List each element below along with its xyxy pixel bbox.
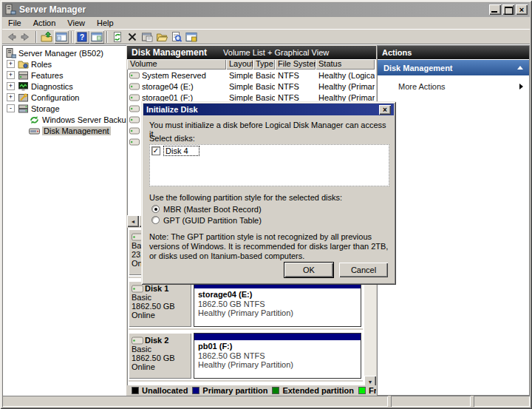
expand-icon[interactable]: +: [7, 60, 15, 68]
roles-icon: [18, 59, 29, 70]
tree-label: Server Manager (B502): [18, 49, 103, 58]
menu-help[interactable]: Help: [91, 17, 120, 29]
tree-item-disk-management[interactable]: Disk Management: [2, 125, 126, 136]
volume-status: Healthy (Primary: [316, 93, 375, 102]
cancel-button[interactable]: Cancel: [339, 263, 388, 277]
status-segment: [2, 396, 388, 407]
tree-item-configuration[interactable]: + Configuration: [2, 92, 126, 103]
up-one-level-icon[interactable]: [39, 30, 54, 44]
more-actions-label: More Actions: [398, 82, 446, 91]
actions-group-disk-management[interactable]: Disk Management: [378, 60, 529, 75]
collapse-icon[interactable]: -: [7, 104, 15, 112]
panel-title: Disk Management: [132, 47, 207, 58]
console-tree: Server Manager (B502) + Roles + Features…: [2, 45, 126, 396]
legend-label: Free spa: [369, 386, 376, 395]
column-volume[interactable]: Volume: [127, 59, 226, 70]
tree-label: Diagnostics: [31, 82, 73, 91]
dialog-close-icon[interactable]: ×: [379, 105, 391, 115]
find-icon[interactable]: [169, 30, 184, 44]
tree-label: Storage: [31, 104, 60, 113]
partition-label: storage04 (E:): [198, 290, 357, 300]
status-segment: [474, 396, 530, 407]
expand-icon[interactable]: +: [7, 82, 15, 90]
disk-row-2[interactable]: Disk 2 Basic 1862.50 GB Online pb01 (F:)…: [129, 331, 363, 382]
disk-select-listbox[interactable]: ✓ Disk 4: [149, 144, 389, 186]
tree-item-storage[interactable]: - Storage: [2, 103, 126, 114]
disk-row-1[interactable]: Disk 1 Basic 1862.50 GB Online storage04…: [129, 280, 363, 330]
column-type[interactable]: Type: [253, 59, 275, 70]
legend-swatch: [272, 387, 279, 394]
radio-mbr[interactable]: MBR (Master Boot Record): [151, 203, 388, 214]
volume-fs: NTFS: [275, 93, 316, 102]
volume-icon: [129, 138, 140, 146]
legend-swatch: [132, 387, 139, 394]
radio-selected-icon[interactable]: [151, 205, 160, 213]
show-console-tree-icon[interactable]: [54, 30, 69, 44]
expand-icon[interactable]: +: [7, 71, 15, 79]
maximize-button[interactable]: [502, 4, 514, 15]
minimize-button[interactable]: [489, 4, 501, 15]
open-folder-icon[interactable]: [154, 30, 169, 44]
partition-legend: Unallocated Primary partition Extended p…: [127, 385, 376, 396]
tree-item-features[interactable]: + Features: [2, 70, 126, 81]
more-actions-item[interactable]: More Actions: [378, 80, 529, 93]
tree-item-roles[interactable]: + Roles: [2, 58, 126, 70]
storage-icon: [18, 104, 29, 114]
column-file-system[interactable]: File System: [275, 59, 316, 70]
panel-header: Disk Management Volume List + Graphical …: [127, 46, 376, 59]
close-button[interactable]: ×: [516, 4, 528, 15]
disk-state: Online: [132, 311, 188, 320]
disk-icon: [132, 284, 143, 293]
menu-view[interactable]: View: [61, 17, 91, 29]
legend-swatch: [358, 387, 366, 394]
properties-icon[interactable]: [140, 30, 154, 44]
disk1-partition[interactable]: storage04 (E:) 1862.50 GB NTFS Healthy (…: [194, 281, 361, 327]
volume-row[interactable]: storage04 (E:) Simple Basic NTFS Healthy…: [127, 81, 376, 92]
server-manager-icon: [5, 48, 16, 58]
toolbar: ?: [2, 30, 530, 44]
volume-layout: Simple: [226, 82, 253, 91]
volume-row[interactable]: System Reserved Simple Basic NTFS Health…: [127, 70, 376, 81]
volume-name: System Reserved: [142, 71, 206, 80]
delete-icon[interactable]: [125, 30, 140, 44]
checkbox-checked-icon[interactable]: ✓: [151, 146, 160, 155]
tree-label: Windows Server Backup: [42, 115, 126, 124]
disk-list-item[interactable]: ✓ Disk 4: [151, 146, 387, 156]
menu-bar: File Action View Help: [2, 17, 530, 30]
tree-item-diagnostics[interactable]: + Diagnostics: [2, 81, 126, 92]
console-window-icon[interactable]: [184, 30, 199, 44]
back-icon[interactable]: [4, 30, 18, 44]
disk1-info[interactable]: Disk 1 Basic 1862.50 GB Online: [129, 281, 191, 327]
radio-gpt[interactable]: GPT (GUID Partition Table): [151, 214, 388, 226]
disk-icon: [132, 336, 143, 345]
disk-name: Disk 1: [145, 284, 168, 293]
refresh-icon[interactable]: [110, 30, 125, 44]
radio-unselected-icon[interactable]: [151, 216, 160, 224]
radio-gpt-label: GPT (GUID Partition Table): [163, 216, 262, 225]
initialize-disk-dialog: Initialize Disk × You must initialize a …: [141, 101, 396, 285]
actions-pane: Actions Disk Management More Actions: [377, 45, 530, 396]
expand-icon[interactable]: +: [7, 93, 15, 101]
panel-subtitle: Volume List + Graphical View: [223, 48, 329, 57]
server-manager-window: Server Manager × File Action View Help ?: [0, 0, 532, 409]
column-layout[interactable]: Layout: [226, 59, 253, 70]
legend-label: Extended partition: [282, 386, 354, 395]
status-segment: [391, 396, 471, 407]
column-status[interactable]: Status: [316, 59, 375, 70]
disk2-info[interactable]: Disk 2 Basic 1862.50 GB Online: [129, 333, 191, 379]
show-action-pane-icon[interactable]: [89, 30, 104, 44]
toolbar-separator: [106, 31, 108, 43]
collapse-caret-icon[interactable]: [517, 66, 523, 70]
partition-size: 1862.50 GB NTFS: [198, 300, 357, 308]
tree-item-windows-server-backup[interactable]: Windows Server Backup: [2, 114, 126, 125]
menu-file[interactable]: File: [2, 17, 27, 29]
tree-item-server-manager[interactable]: Server Manager (B502): [2, 47, 126, 58]
help-icon[interactable]: ?: [75, 30, 89, 44]
menu-action[interactable]: Action: [27, 17, 62, 29]
configuration-icon: [18, 92, 29, 103]
forward-icon[interactable]: [18, 30, 33, 44]
scroll-left-icon[interactable]: ◄: [127, 215, 139, 227]
disk2-partition[interactable]: pb01 (F:) 1862.50 GB NTFS Healthy (Prima…: [194, 333, 361, 379]
ok-button[interactable]: OK: [284, 263, 333, 277]
disk-item-label[interactable]: Disk 4: [163, 146, 200, 156]
